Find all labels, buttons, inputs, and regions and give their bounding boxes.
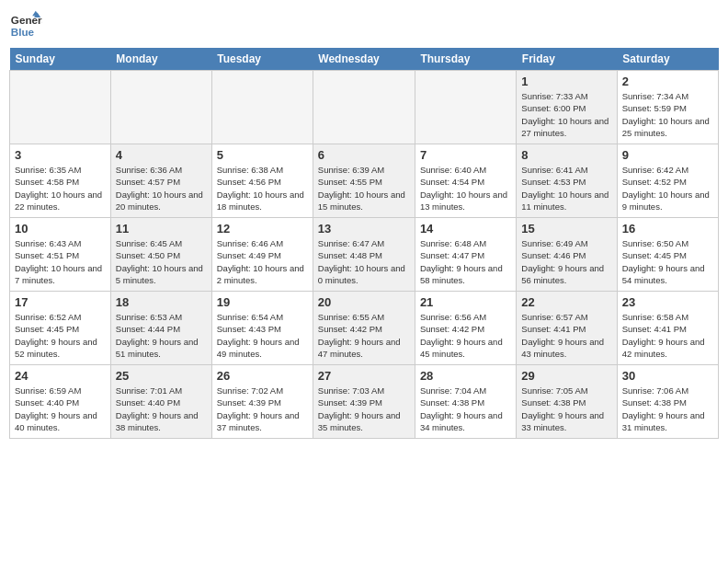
day-number: 13 [318, 222, 410, 236]
day-info: Sunrise: 6:57 AM Sunset: 4:41 PM Dayligh… [521, 311, 611, 360]
calendar-cell: 23Sunrise: 6:58 AM Sunset: 4:41 PM Dayli… [617, 292, 718, 365]
svg-text:Blue: Blue [11, 26, 35, 38]
calendar-header-row: SundayMondayTuesdayWednesdayThursdayFrid… [10, 48, 719, 71]
day-info: Sunrise: 6:58 AM Sunset: 4:41 PM Dayligh… [622, 311, 713, 360]
day-number: 21 [420, 295, 511, 309]
calendar-cell: 21Sunrise: 6:56 AM Sunset: 4:42 PM Dayli… [415, 292, 516, 365]
day-info: Sunrise: 7:34 AM Sunset: 5:59 PM Dayligh… [622, 90, 713, 139]
day-info: Sunrise: 7:01 AM Sunset: 4:40 PM Dayligh… [116, 385, 207, 433]
day-number: 26 [217, 369, 308, 383]
calendar-cell: 15Sunrise: 6:49 AM Sunset: 4:46 PM Dayli… [517, 218, 617, 292]
calendar-cell: 26Sunrise: 7:02 AM Sunset: 4:39 PM Dayli… [211, 365, 313, 439]
day-info: Sunrise: 7:02 AM Sunset: 4:39 PM Dayligh… [217, 385, 308, 433]
day-info: Sunrise: 7:33 AM Sunset: 6:00 PM Dayligh… [521, 90, 611, 139]
calendar-day-header: Sunday [10, 48, 111, 71]
day-info: Sunrise: 6:42 AM Sunset: 4:52 PM Dayligh… [622, 164, 713, 213]
day-info: Sunrise: 6:54 AM Sunset: 4:43 PM Dayligh… [217, 311, 308, 360]
calendar-cell: 29Sunrise: 7:05 AM Sunset: 4:38 PM Dayli… [517, 365, 617, 439]
day-info: Sunrise: 7:03 AM Sunset: 4:39 PM Dayligh… [318, 385, 410, 433]
calendar-cell: 2Sunrise: 7:34 AM Sunset: 5:59 PM Daylig… [617, 71, 718, 144]
calendar-cell: 24Sunrise: 6:59 AM Sunset: 4:40 PM Dayli… [10, 365, 111, 439]
day-info: Sunrise: 6:50 AM Sunset: 4:45 PM Dayligh… [622, 237, 713, 286]
calendar-day-header: Wednesday [313, 48, 415, 71]
calendar-cell: 25Sunrise: 7:01 AM Sunset: 4:40 PM Dayli… [110, 365, 211, 439]
day-info: Sunrise: 6:41 AM Sunset: 4:53 PM Dayligh… [521, 164, 611, 213]
day-number: 25 [116, 369, 207, 383]
day-info: Sunrise: 6:45 AM Sunset: 4:50 PM Dayligh… [116, 237, 207, 286]
calendar-cell: 3Sunrise: 6:35 AM Sunset: 4:58 PM Daylig… [10, 144, 111, 218]
day-number: 19 [217, 295, 308, 309]
calendar-day-header: Thursday [415, 48, 516, 71]
day-info: Sunrise: 6:47 AM Sunset: 4:48 PM Dayligh… [318, 237, 410, 286]
calendar-cell: 22Sunrise: 6:57 AM Sunset: 4:41 PM Dayli… [517, 292, 617, 365]
day-info: Sunrise: 6:49 AM Sunset: 4:46 PM Dayligh… [521, 237, 611, 286]
day-number: 8 [521, 148, 611, 162]
calendar-cell: 16Sunrise: 6:50 AM Sunset: 4:45 PM Dayli… [617, 218, 718, 292]
day-info: Sunrise: 7:05 AM Sunset: 4:38 PM Dayligh… [521, 385, 611, 433]
calendar-day-header: Friday [517, 48, 617, 71]
day-number: 9 [622, 148, 713, 162]
day-number: 24 [15, 369, 106, 383]
day-info: Sunrise: 6:38 AM Sunset: 4:56 PM Dayligh… [217, 164, 308, 213]
day-info: Sunrise: 6:46 AM Sunset: 4:49 PM Dayligh… [217, 237, 308, 286]
calendar-cell: 4Sunrise: 6:36 AM Sunset: 4:57 PM Daylig… [110, 144, 211, 218]
day-number: 1 [521, 75, 611, 88]
day-info: Sunrise: 6:53 AM Sunset: 4:44 PM Dayligh… [116, 311, 207, 360]
day-number: 15 [521, 222, 611, 236]
calendar-cell: 20Sunrise: 6:55 AM Sunset: 4:42 PM Dayli… [313, 292, 415, 365]
calendar-cell: 28Sunrise: 7:04 AM Sunset: 4:38 PM Dayli… [415, 365, 516, 439]
calendar-cell: 10Sunrise: 6:43 AM Sunset: 4:51 PM Dayli… [10, 218, 111, 292]
calendar-week-row: 24Sunrise: 6:59 AM Sunset: 4:40 PM Dayli… [10, 365, 719, 439]
day-info: Sunrise: 6:35 AM Sunset: 4:58 PM Dayligh… [15, 164, 106, 213]
day-number: 4 [116, 148, 207, 162]
day-number: 28 [420, 369, 511, 383]
day-number: 6 [318, 148, 410, 162]
calendar-day-header: Monday [110, 48, 211, 71]
day-number: 18 [116, 295, 207, 309]
day-info: Sunrise: 7:04 AM Sunset: 4:38 PM Dayligh… [420, 385, 511, 433]
calendar-cell [211, 71, 313, 144]
calendar-week-row: 3Sunrise: 6:35 AM Sunset: 4:58 PM Daylig… [10, 144, 719, 218]
day-number: 10 [15, 222, 106, 236]
calendar-cell [313, 71, 415, 144]
day-info: Sunrise: 6:52 AM Sunset: 4:45 PM Dayligh… [15, 311, 106, 360]
calendar-cell: 6Sunrise: 6:39 AM Sunset: 4:55 PM Daylig… [313, 144, 415, 218]
page-header: General Blue [9, 9, 719, 42]
calendar-table: SundayMondayTuesdayWednesdayThursdayFrid… [9, 48, 719, 439]
day-number: 17 [15, 295, 106, 309]
day-number: 11 [116, 222, 207, 236]
calendar-cell: 5Sunrise: 6:38 AM Sunset: 4:56 PM Daylig… [211, 144, 313, 218]
day-number: 30 [622, 369, 713, 383]
day-info: Sunrise: 6:48 AM Sunset: 4:47 PM Dayligh… [420, 237, 511, 286]
day-number: 5 [217, 148, 308, 162]
day-number: 16 [622, 222, 713, 236]
day-info: Sunrise: 6:59 AM Sunset: 4:40 PM Dayligh… [15, 385, 106, 433]
calendar-cell: 12Sunrise: 6:46 AM Sunset: 4:49 PM Dayli… [211, 218, 313, 292]
day-number: 23 [622, 295, 713, 309]
day-number: 12 [217, 222, 308, 236]
day-info: Sunrise: 6:36 AM Sunset: 4:57 PM Dayligh… [116, 164, 207, 213]
day-info: Sunrise: 6:56 AM Sunset: 4:42 PM Dayligh… [420, 311, 511, 360]
calendar-day-header: Saturday [617, 48, 718, 71]
calendar-cell: 18Sunrise: 6:53 AM Sunset: 4:44 PM Dayli… [110, 292, 211, 365]
day-number: 2 [622, 75, 713, 88]
day-number: 20 [318, 295, 410, 309]
day-info: Sunrise: 6:39 AM Sunset: 4:55 PM Dayligh… [318, 164, 410, 213]
day-number: 3 [15, 148, 106, 162]
day-info: Sunrise: 6:40 AM Sunset: 4:54 PM Dayligh… [420, 164, 511, 213]
calendar-cell [10, 71, 111, 144]
logo: General Blue [9, 9, 42, 42]
day-info: Sunrise: 6:43 AM Sunset: 4:51 PM Dayligh… [15, 237, 106, 286]
calendar-week-row: 1Sunrise: 7:33 AM Sunset: 6:00 PM Daylig… [10, 71, 719, 144]
calendar-cell: 8Sunrise: 6:41 AM Sunset: 4:53 PM Daylig… [517, 144, 617, 218]
calendar-day-header: Tuesday [211, 48, 313, 71]
calendar-cell: 14Sunrise: 6:48 AM Sunset: 4:47 PM Dayli… [415, 218, 516, 292]
day-info: Sunrise: 7:06 AM Sunset: 4:38 PM Dayligh… [622, 385, 713, 433]
calendar-cell: 27Sunrise: 7:03 AM Sunset: 4:39 PM Dayli… [313, 365, 415, 439]
calendar-body: 1Sunrise: 7:33 AM Sunset: 6:00 PM Daylig… [10, 71, 719, 439]
day-number: 29 [521, 369, 611, 383]
calendar-cell: 17Sunrise: 6:52 AM Sunset: 4:45 PM Dayli… [10, 292, 111, 365]
calendar-week-row: 17Sunrise: 6:52 AM Sunset: 4:45 PM Dayli… [10, 292, 719, 365]
calendar-cell [415, 71, 516, 144]
day-info: Sunrise: 6:55 AM Sunset: 4:42 PM Dayligh… [318, 311, 410, 360]
